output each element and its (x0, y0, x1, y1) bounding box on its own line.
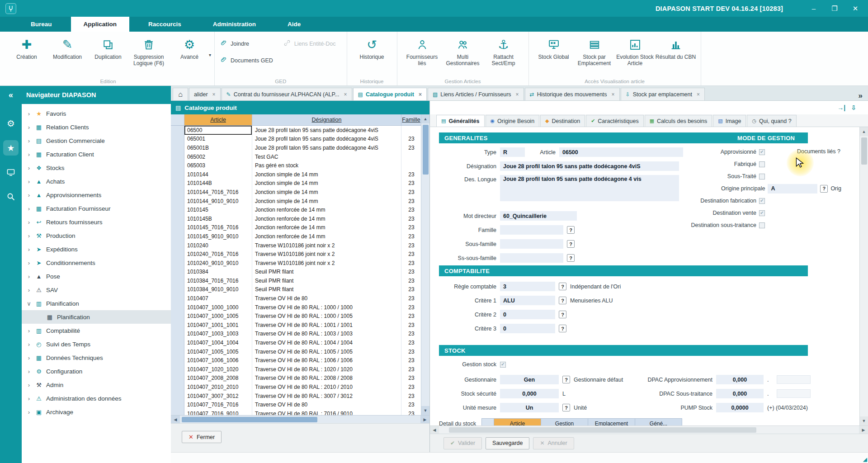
chevron-right-icon[interactable]: › (26, 246, 32, 253)
chevron-right-icon[interactable]: › (26, 327, 32, 334)
chevron-right-icon[interactable]: ∨ (26, 300, 32, 307)
detail-tab[interactable]: ▤ Généralités (436, 115, 485, 127)
designation-cell[interactable]: Traverse W1010186 joint noir x 2 (252, 259, 401, 268)
checkbox[interactable]: ✔ (759, 210, 765, 216)
menu-item[interactable]: Aide (275, 17, 313, 32)
row-selector-cell[interactable] (171, 214, 184, 223)
annuler-button[interactable]: ✕ Annuler (533, 437, 574, 449)
checkbox[interactable] (759, 174, 765, 180)
origine-principale-field[interactable]: A (768, 184, 817, 194)
row-selector-cell[interactable] (171, 232, 184, 241)
article-cell[interactable]: 1010384 (184, 268, 252, 277)
row-selector-cell[interactable] (171, 197, 184, 206)
help-button[interactable]: ? (567, 240, 575, 248)
field-value[interactable]: 3 (500, 282, 555, 291)
table-row[interactable]: 1010407_2008_2008 Traverse OV HI de 80 R… (171, 374, 429, 383)
sidebar-item[interactable]: › ▲ Pose (22, 269, 171, 283)
designation-cell[interactable]: Pas géré en stock (252, 161, 401, 170)
help-button[interactable]: ? (559, 297, 566, 304)
article-cell[interactable]: 06500 (184, 126, 252, 135)
article-cell[interactable]: 1010145_7016_7016 (184, 223, 252, 232)
catalog-vertical-scrollbar[interactable]: ▲ ▼ (421, 114, 429, 415)
scroll-right-icon[interactable]: ▶ (859, 426, 868, 434)
close-tab-icon[interactable]: × (212, 91, 216, 98)
detail-header-cell[interactable]: Géné... (635, 418, 682, 425)
detail-tab[interactable]: ◷ Qui, quand ? (747, 115, 796, 127)
article-cell[interactable]: 1010145B (184, 214, 252, 223)
article-cell[interactable]: 065001B (184, 143, 252, 152)
sidebar-item[interactable]: › ◴ Suivi des Temps (22, 337, 171, 351)
article-cell[interactable]: 1010144_9010_9010 (184, 197, 252, 206)
article-cell[interactable]: 1010145_9010_9010 (184, 232, 252, 241)
jump-to-last-icon[interactable]: →| (837, 104, 845, 111)
chevron-right-icon[interactable]: › (26, 205, 32, 212)
article-cell[interactable]: 1010240_7016_7016 (184, 250, 252, 259)
article-cell[interactable]: 1010384_7016_7016 (184, 276, 252, 285)
sidebar-item[interactable]: › ▥ Comptabilité (22, 324, 171, 337)
row-selector-cell[interactable] (171, 303, 184, 312)
article-cell[interactable]: 1010407_1004_1004 (184, 338, 252, 347)
sidebar-item[interactable]: › ▦ Facturation Client (22, 147, 171, 161)
table-row[interactable]: 1010407_1004_1004 Traverse OV HI de 80 R… (171, 338, 429, 347)
field-value[interactable]: 0,000 (500, 389, 559, 398)
field-value[interactable]: 0,000 (716, 389, 764, 398)
checkbox-row[interactable]: Fabriqué (624, 160, 765, 169)
designation-cell[interactable]: Traverse OV HI de 80 (252, 294, 401, 303)
chevron-right-icon[interactable]: › (26, 287, 32, 293)
famille-cell[interactable]: 23 (401, 285, 421, 294)
famille-cell[interactable] (401, 126, 421, 135)
fermer-button[interactable]: ✕ Fermer (182, 431, 222, 443)
row-selector-cell[interactable] (171, 330, 184, 339)
field-value[interactable]: 0,000 (716, 375, 764, 384)
sidebar-item[interactable]: › ⚠ SAV (22, 283, 171, 297)
famille-cell[interactable]: 23 (401, 276, 421, 285)
article-cell[interactable]: 1010407_7016_9010 (184, 409, 252, 415)
row-selector-cell[interactable] (171, 161, 184, 170)
famille-cell[interactable]: 23 (401, 338, 421, 347)
sidebar-item[interactable]: › ➤ Conditionnements (22, 256, 171, 269)
chevron-right-icon[interactable]: › (26, 192, 32, 198)
help-button[interactable]: ? (567, 254, 575, 262)
scrollbar-thumb[interactable] (861, 137, 867, 165)
famille-cell[interactable]: 23 (401, 232, 421, 241)
liens-entite-doc-button[interactable]: Liens Entité-Doc (283, 39, 336, 48)
article-cell[interactable]: 1010384_9010_9010 (184, 285, 252, 294)
row-selector-cell[interactable] (171, 223, 184, 232)
designation-cell[interactable]: Traverse W1010186 joint noir x 2 (252, 241, 401, 250)
sidebar-item[interactable]: › ↩ Retours fournisseurs (22, 215, 171, 229)
designation-cell[interactable]: Traverse OV HI de 80 (252, 400, 401, 409)
historique-button[interactable]: ↺ Historique (352, 33, 392, 61)
row-selector-cell[interactable] (171, 365, 184, 374)
table-row[interactable]: 065003 Pas géré en stock (171, 161, 429, 170)
famille-cell[interactable]: 23 (401, 268, 421, 277)
sous-famille-field[interactable] (500, 239, 563, 249)
row-selector-cell[interactable] (171, 276, 184, 285)
designation-cell[interactable]: Jonction simple de 14 mm (252, 188, 401, 197)
article-cell[interactable]: 1010144 (184, 170, 252, 179)
minimize-button[interactable]: – (809, 5, 818, 13)
scroll-down-icon[interactable]: ▼ (421, 406, 429, 415)
field-value[interactable]: Gen (500, 375, 559, 384)
sidebar-item[interactable]: ∨ ▥ Planification (22, 297, 171, 310)
fournisseurs-lies-button[interactable]: Fournisseurs liés (402, 33, 443, 67)
table-row[interactable]: 1010407_2010_2010 Traverse OV HI de 80 R… (171, 383, 429, 392)
designation-cell[interactable]: Jonction renforcée de 14 mm (252, 223, 401, 232)
sidebar-item[interactable]: › ⚠ Administration des données (22, 392, 171, 405)
designation-cell[interactable]: Traverse OV HI de 80 RAL : 1005 / 1005 (252, 347, 401, 356)
chevron-right-icon[interactable]: › (26, 341, 32, 348)
menu-item[interactable]: Administration (200, 17, 269, 32)
close-tab-icon[interactable]: × (612, 91, 615, 98)
menu-item[interactable]: Raccourcis (136, 17, 194, 32)
table-row[interactable]: 1010407_7016_9010 Traverse OV HI de 80 R… (171, 409, 429, 415)
sidebar-item[interactable]: › ▲ Achats (22, 175, 171, 188)
secondary-field[interactable] (777, 389, 811, 398)
checkbox-row[interactable]: Destination fabrication ✔ (624, 196, 765, 205)
row-selector-cell[interactable] (171, 409, 184, 415)
detail-tab[interactable]: ▦ Calculs des besoins (645, 115, 712, 127)
avance-button[interactable]: ⚙ Avancé ▾ (169, 33, 210, 61)
famille-cell[interactable]: 23 (401, 294, 421, 303)
article-cell[interactable]: 1010407_1003_1003 (184, 330, 252, 339)
designation-cell[interactable]: Jonction renforcée de 14 mm (252, 232, 401, 241)
checkbox[interactable] (759, 161, 765, 167)
designation-cell[interactable]: Test GAC (252, 152, 401, 161)
